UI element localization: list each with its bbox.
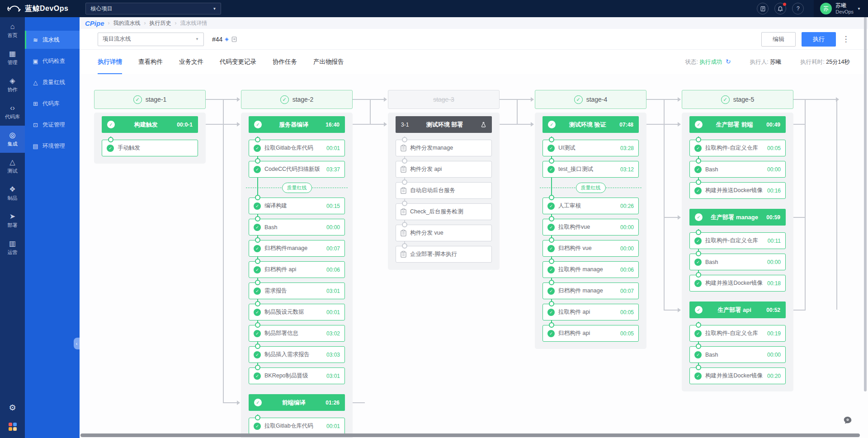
- app-logo[interactable]: 蓝鲸DevOps: [0, 4, 68, 14]
- sidebar-collapse-icon[interactable]: ‹: [74, 338, 80, 349]
- build-note-icon[interactable]: [231, 36, 237, 42]
- app-launcher-icon[interactable]: [9, 423, 17, 431]
- step-item[interactable]: ✓构建并推送Docker镜像00:18: [689, 275, 786, 292]
- leftnav-item-管理[interactable]: ▦管理: [0, 44, 25, 71]
- settings-gear-icon[interactable]: ⚙: [9, 403, 16, 413]
- step-item[interactable]: ✓拉取构件-自定义仓库00:11: [689, 232, 786, 249]
- leftnav-item-协作[interactable]: ◈协作: [0, 71, 25, 99]
- run-button[interactable]: 执行: [802, 32, 836, 47]
- step-item[interactable]: 企业部署-脚本执行: [396, 246, 492, 263]
- step-item[interactable]: ✓归档构件 api00:05: [542, 325, 639, 342]
- step-item[interactable]: ✓Bash00:00: [689, 346, 786, 363]
- step-item[interactable]: ✓拉取构件 api00:05: [542, 304, 639, 320]
- tab-产出物报告[interactable]: 产出物报告: [313, 50, 344, 74]
- job-header[interactable]: 3-1测试环境 部署: [396, 116, 492, 133]
- feedback-chat-icon[interactable]: [843, 415, 853, 427]
- leftnav-item-运营[interactable]: ▥运营: [0, 234, 25, 261]
- help-icon[interactable]: ?: [792, 3, 804, 14]
- tab-执行详情[interactable]: 执行详情: [98, 50, 122, 74]
- step-item[interactable]: ✓拉取Gitlab仓库代码00:01: [249, 418, 345, 434]
- step-item[interactable]: ✓归档构件 vue00:00: [542, 240, 639, 257]
- user-menu[interactable]: 苏 苏曦 DevOps ▼: [814, 0, 868, 17]
- step-item[interactable]: ✓test_接口测试03:12: [542, 161, 639, 178]
- step-item[interactable]: ✓归档构件 api00:06: [249, 261, 345, 278]
- notification-bell-icon[interactable]: [774, 3, 786, 14]
- trigger-value: 苏曦: [770, 59, 781, 65]
- step-item[interactable]: 自动启动后台服务: [396, 182, 492, 199]
- stage-header[interactable]: ✓stage-4: [535, 90, 646, 109]
- vertical-scrollbar[interactable]: [864, 3, 867, 391]
- leftnav-item-代码库[interactable]: ‹›代码库: [0, 99, 25, 126]
- step-item[interactable]: ✓手动触发: [102, 140, 198, 156]
- job-header[interactable]: ✓构建触发00:0-1: [102, 116, 198, 133]
- leftnav-item-部署[interactable]: ➤部署: [0, 207, 25, 234]
- breadcrumb-exec-history[interactable]: 执行历史: [150, 19, 171, 27]
- step-item[interactable]: ✓Bash00:00: [249, 219, 345, 235]
- step-item[interactable]: ✓归档构件manage00:07: [249, 240, 345, 257]
- step-item[interactable]: ✓UI测试03:28: [542, 140, 639, 156]
- leftnav-item-集成[interactable]: ◎集成: [0, 126, 25, 153]
- step-item[interactable]: 构件分发manage: [396, 140, 492, 156]
- tab-查看构件[interactable]: 查看构件: [138, 50, 163, 74]
- step-item[interactable]: ✓拉取构件-自定义仓库00:19: [689, 325, 786, 342]
- job-header[interactable]: ✓生产部署 前端00:49: [689, 116, 786, 133]
- step-item[interactable]: ✓构建并推送Docker镜像00:20: [689, 367, 786, 384]
- project-select[interactable]: 核心项目 ▼: [85, 3, 221, 14]
- pipeline-select[interactable]: 项目流水线 ▼: [98, 33, 204, 46]
- replay-icon[interactable]: ↻: [726, 58, 731, 65]
- step-success-icon: ✓: [547, 245, 555, 252]
- tab-代码变更记录[interactable]: 代码变更记录: [220, 50, 256, 74]
- more-actions-icon[interactable]: ⋮: [842, 34, 850, 44]
- stage-header[interactable]: stage-3: [388, 90, 500, 109]
- step-item[interactable]: 构件分发 api: [396, 161, 492, 178]
- step-item[interactable]: ✓归档构件 manage00:07: [542, 283, 639, 299]
- cpipe-brand[interactable]: CPipe: [85, 19, 104, 27]
- build-trigger-icon[interactable]: ◈: [225, 36, 228, 42]
- step-label: 拉取构件-自定义仓库: [705, 330, 764, 337]
- sidebar-item-环境管理[interactable]: ▤环境管理: [25, 137, 80, 155]
- step-item[interactable]: 构件分发 vue: [396, 225, 492, 241]
- sidebar-item-代码检查[interactable]: ▣代码检查: [25, 52, 80, 70]
- stage-header[interactable]: ✓stage-1: [94, 90, 206, 109]
- sidebar-item-质量红线[interactable]: △质量红线: [25, 73, 80, 91]
- sidebar-item-凭证管理[interactable]: ⊡凭证管理: [25, 116, 80, 134]
- step-item[interactable]: ✓制品预设元数据00:01: [249, 304, 345, 320]
- quality-gate-badge[interactable]: 质量红线: [282, 183, 312, 193]
- edit-button[interactable]: 编辑: [761, 32, 796, 47]
- job-header[interactable]: ✓生产部署 manage00:59: [689, 209, 786, 226]
- step-item[interactable]: ✓制品部署信息03:02: [249, 325, 345, 342]
- tab-协作任务[interactable]: 协作任务: [273, 50, 297, 74]
- quality-gate-badge[interactable]: 质量红线: [576, 183, 606, 193]
- leftnav-item-首页[interactable]: ⌂首页: [0, 17, 25, 44]
- step-item[interactable]: ✓拉取构件-自定义仓库00:05: [689, 140, 786, 156]
- step-item[interactable]: ✓BKRepo制品晋级03:01: [249, 367, 345, 384]
- job-header[interactable]: ✓前端编译01:26: [249, 394, 345, 411]
- horizontal-scrollbar[interactable]: [80, 433, 860, 437]
- step-item[interactable]: ✓拉取构件vue00:00: [542, 219, 639, 235]
- stage-header[interactable]: ✓stage-5: [682, 90, 793, 109]
- job-header[interactable]: ✓生产部署 api00:52: [689, 301, 786, 318]
- step-item[interactable]: Check_后台服务检测: [396, 203, 492, 220]
- step-item[interactable]: ✓编译构建00:15: [249, 198, 345, 214]
- step-item[interactable]: ✓拉取Gitlab仓库代码00:01: [249, 140, 345, 156]
- step-item[interactable]: ✓构建并推送Docker镜像00:16: [689, 182, 786, 199]
- quality-gate: 质量红线: [542, 182, 639, 193]
- step-item[interactable]: ✓CodeCC代码扫描新版03:37: [249, 161, 345, 178]
- sidebar-item-流水线[interactable]: ≋流水线: [25, 31, 80, 49]
- changelog-icon[interactable]: [757, 3, 769, 14]
- step-item[interactable]: ✓人工审核00:26: [542, 198, 639, 214]
- leftnav-item-测试[interactable]: △测试: [0, 153, 25, 180]
- sidebar-item-代码库[interactable]: ⊞代码库: [25, 94, 80, 113]
- step-item[interactable]: ✓Bash00:00: [689, 161, 786, 178]
- job-header[interactable]: ✓服务器编译16:40: [249, 116, 345, 133]
- step-item[interactable]: ✓需求报告03:01: [249, 283, 345, 299]
- step-item[interactable]: ✓制品插入需求报告03:03: [249, 346, 345, 363]
- step-item[interactable]: ✓Bash00:00: [689, 254, 786, 270]
- tab-业务文件[interactable]: 业务文件: [179, 50, 203, 74]
- step-duration: 00:05: [767, 145, 781, 151]
- job-header[interactable]: ✓测试环境 验证07:48: [542, 116, 639, 133]
- step-item[interactable]: ✓拉取构件 manage00:06: [542, 261, 639, 278]
- breadcrumb-my-pipelines[interactable]: 我的流水线: [113, 19, 141, 27]
- leftnav-item-制品[interactable]: ❖制品: [0, 180, 25, 207]
- stage-header[interactable]: ✓stage-2: [241, 90, 353, 109]
